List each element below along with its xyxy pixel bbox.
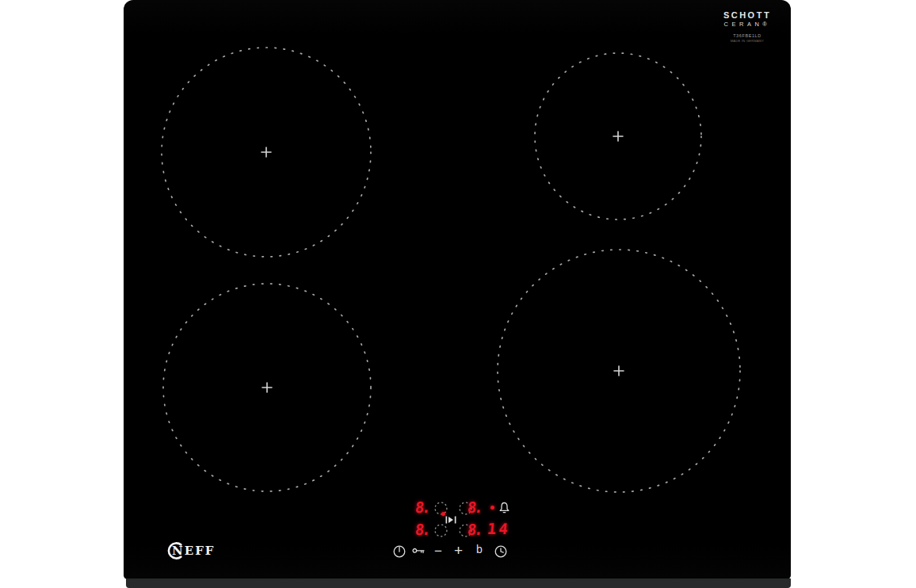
residual-heat-ring <box>434 524 448 537</box>
power-button[interactable] <box>393 545 406 558</box>
minus-button[interactable]: − <box>434 544 442 558</box>
burner-markings <box>0 0 916 588</box>
ceran-text: CERAN® <box>708 21 787 28</box>
timer-active-indicator-dot <box>490 506 494 510</box>
neff-logo-text: NEFF <box>172 544 215 558</box>
small-print: MADE IN GERMANY <box>708 39 787 43</box>
neff-logo: NEFF <box>166 540 222 562</box>
child-lock-key-button[interactable] <box>412 546 426 556</box>
center-cross-front-left <box>262 383 272 392</box>
timer-display: 14 <box>487 521 511 536</box>
zone-display-rear-left: 8. <box>414 500 429 515</box>
zone-display-rear-right: 8. <box>467 500 482 515</box>
schott-text: SCHOTT <box>708 10 787 20</box>
pause-transfer-icon <box>445 516 456 524</box>
center-cross-front-right <box>614 366 624 376</box>
timer-clock-button[interactable] <box>494 545 507 558</box>
boost-button[interactable]: b <box>476 544 483 555</box>
center-cross-rear-left <box>261 147 271 157</box>
bell-icon <box>498 502 510 514</box>
model-number: T36FBE1LD <box>708 33 787 38</box>
zone-display-front-left: 8. <box>414 522 429 537</box>
product-photo-induction-hob: 8. 8. 8. 8. 14 − + b <box>0 0 916 588</box>
plus-button[interactable]: + <box>454 543 463 558</box>
schott-ceran-logo: SCHOTT CERAN® T36FBE1LD MADE IN GERMANY <box>708 10 787 43</box>
zone-display-front-right: 8. <box>467 522 482 537</box>
center-cross-rear-right <box>613 132 623 141</box>
